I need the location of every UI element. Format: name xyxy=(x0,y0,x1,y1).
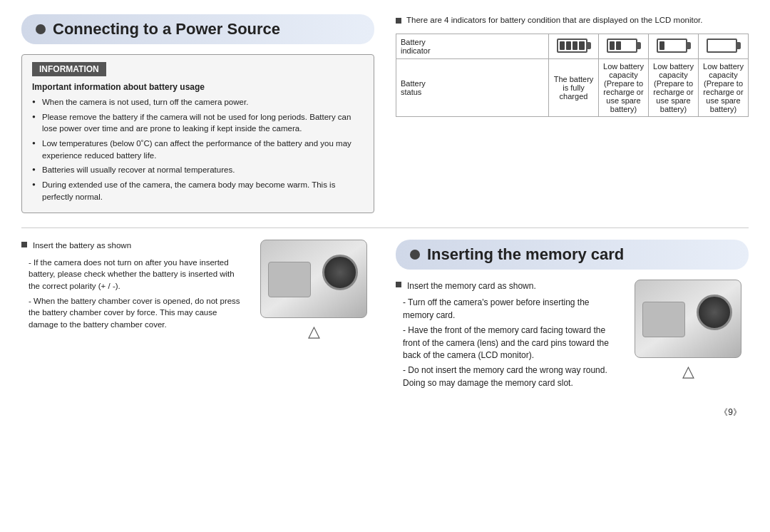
info-list: When the camera is not used, turn off th… xyxy=(32,96,364,203)
info-header: INFORMATION xyxy=(32,62,106,76)
battery-icon-full xyxy=(549,34,599,59)
batt-seg-empty xyxy=(622,41,627,50)
batt-seg-3 xyxy=(573,41,578,50)
battery-status-full: The battery is fully charged xyxy=(549,59,599,117)
camera-lens xyxy=(322,255,358,290)
batt-seg-1 xyxy=(560,41,565,50)
battery-icon-empty xyxy=(699,34,749,59)
memory-sub-item-3: - Do not insert the memory card the wron… xyxy=(403,364,616,389)
battery-status-row: Batterystatus The battery is fully charg… xyxy=(396,59,749,117)
memory-main-bullet: Insert the memory card as shown. xyxy=(396,280,616,292)
battery-insert-section: Insert the battery as shown - If the cam… xyxy=(21,240,374,392)
section-divider xyxy=(21,227,749,228)
camera-body-detail xyxy=(268,262,311,297)
batt-seg-empty4 xyxy=(729,41,734,50)
page-number: 《9》 xyxy=(21,406,749,419)
batt-tip xyxy=(637,42,641,49)
batt-seg-1 xyxy=(659,41,664,50)
memory-sub-item-1: - Turn off the camera's power before ins… xyxy=(403,297,616,322)
batt-seg-empty xyxy=(709,41,714,50)
list-item: When the camera is not used, turn off th… xyxy=(32,96,364,108)
battery-table: Batteryindicator xyxy=(396,34,749,117)
list-item: Please remove the battery if the camera … xyxy=(32,111,364,135)
camera-illustration xyxy=(260,240,367,318)
battery-status-low2: Low battery capacity (Prepare to recharg… xyxy=(649,59,699,117)
batt-seg-empty2 xyxy=(629,41,634,50)
battery-main-bullet: Insert the battery as shown xyxy=(21,240,242,252)
batt-seg-1 xyxy=(610,41,615,50)
battery-status-label: Batterystatus xyxy=(396,59,549,117)
battery-camera-image: △ xyxy=(253,240,374,341)
list-item: Low temperatures (below 0˚C) can affect … xyxy=(32,138,364,161)
connecting-title: Connecting to a Power Source xyxy=(21,14,374,44)
square-bullet-icon xyxy=(396,18,401,24)
batt-seg-2 xyxy=(566,41,571,50)
battery-sub-items: - If the camera does not turn on after y… xyxy=(29,257,242,331)
info-subtitle: Important information about battery usag… xyxy=(32,82,364,92)
batt-seg-empty3 xyxy=(722,41,727,50)
memory-card-title: Inserting the memory card xyxy=(396,240,749,270)
insert-arrow-icon: △ xyxy=(308,322,320,341)
list-item: Batteries will usually recover at normal… xyxy=(32,164,364,176)
battery-icon-low xyxy=(649,34,699,59)
battery-sub-item-1: - If the camera does not turn on after y… xyxy=(29,257,242,292)
battery-indicator-label: Batteryindicator xyxy=(396,34,549,59)
battery-icon-half xyxy=(599,34,649,59)
memory-camera-illustration xyxy=(635,280,741,358)
batt-seg-empty xyxy=(666,41,671,50)
batt-tip xyxy=(737,42,741,49)
memory-camera-lens xyxy=(697,295,732,330)
memory-camera-image: △ xyxy=(627,280,749,381)
memory-sub-items: - Turn off the camera's power before ins… xyxy=(396,297,616,389)
memory-sub-item-2: - Have the front of the memory card faci… xyxy=(403,324,616,362)
battery-status-low3: Low battery capacity (Prepare to recharg… xyxy=(699,59,749,117)
memory-card-text: Insert the memory card as shown. - Turn … xyxy=(396,280,616,392)
square-bullet-icon xyxy=(21,242,27,247)
title-bullet xyxy=(36,24,46,34)
battery-status-low1: Low battery capacity (Prepare to recharg… xyxy=(599,59,649,117)
batt-seg-empty3 xyxy=(679,41,684,50)
battery-indicator-row: Batteryindicator xyxy=(396,34,749,59)
battery-insert-text: Insert the battery as shown - If the cam… xyxy=(21,240,242,333)
battery-indicator-section: There are 4 indicators for battery condi… xyxy=(396,14,749,213)
batt-seg-2 xyxy=(616,41,621,50)
battery-sub-item-2: - When the battery chamber cover is open… xyxy=(29,295,242,331)
square-bullet-icon xyxy=(396,282,401,287)
battery-insert-content: Insert the battery as shown - If the cam… xyxy=(21,240,374,341)
memory-camera-body xyxy=(642,302,685,337)
batt-tip xyxy=(587,42,591,49)
connecting-section: Connecting to a Power Source INFORMATION… xyxy=(21,14,374,213)
memory-card-section: Inserting the memory card Insert the mem… xyxy=(396,240,749,392)
batt-seg-4 xyxy=(579,41,584,50)
batt-tip xyxy=(687,42,691,49)
battery-intro-text: There are 4 indicators for battery condi… xyxy=(396,14,749,26)
title-bullet-icon xyxy=(410,250,420,260)
batt-seg-empty2 xyxy=(672,41,677,50)
list-item: During extended use of the camera, the c… xyxy=(32,179,364,203)
batt-seg-empty2 xyxy=(716,41,721,50)
information-box: INFORMATION Important information about … xyxy=(21,54,374,213)
memory-card-content: Insert the memory card as shown. - Turn … xyxy=(396,280,749,392)
memory-insert-arrow-icon: △ xyxy=(682,362,694,381)
